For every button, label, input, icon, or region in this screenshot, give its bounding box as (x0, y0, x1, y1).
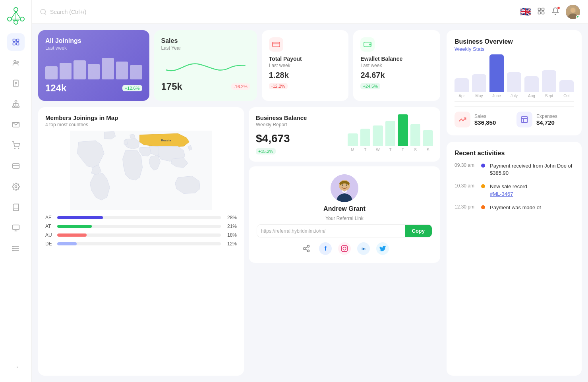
sidebar-item-org[interactable] (7, 95, 25, 113)
svg-line-45 (44, 13, 46, 14)
referral-link-row[interactable]: Copy (257, 224, 432, 237)
svg-rect-46 (538, 8, 541, 10)
svg-line-6 (16, 12, 20, 18)
b-bar-m (348, 133, 358, 146)
payout-amount: 1.28k (269, 71, 342, 80)
bar-2 (60, 63, 72, 79)
country-row-at: AT 21% (45, 224, 237, 229)
svg-point-42 (12, 248, 13, 249)
card-map: Members Joinings in Map 4 top most count… (38, 107, 244, 376)
expenses-label: Expenses (536, 114, 557, 119)
referral-name: Andrew Grant (323, 205, 366, 212)
svg-point-52 (571, 8, 575, 13)
svg-point-62 (346, 185, 347, 186)
b-bar-t1 (360, 129, 371, 146)
social-instagram[interactable] (338, 242, 351, 255)
card-business-balance: Business Balance Weekly Report $4,673 +1… (249, 107, 440, 162)
sidebar-item-reports[interactable] (7, 219, 25, 237)
country-bar-ae (57, 216, 221, 219)
sales-wave (161, 54, 250, 78)
sales-title: Sales (161, 37, 250, 44)
activity-time-2: 10.30 am (455, 183, 476, 197)
search-icon (40, 8, 47, 15)
right-bottom-col: Business Balance Weekly Report $4,673 +1… (249, 107, 440, 376)
activity-dot-1 (481, 164, 485, 168)
social-linkedin[interactable]: in (357, 242, 370, 255)
card-all-joinings: All Joinings Last week 124k +12.6% (38, 30, 149, 101)
sidebar-item-users[interactable] (7, 54, 25, 71)
svg-rect-47 (542, 8, 544, 10)
activity-text-3: Payment was made of (490, 204, 541, 211)
sales-bottom: 175k -16.2% (161, 81, 250, 92)
main-content: Search (Ctrl+/) 🇬🇧 (32, 0, 588, 382)
referral-link-input[interactable] (257, 225, 405, 237)
ewallet-icon-box (360, 37, 375, 52)
card-recent-activities: Recent activities 09.30 am Payment recei… (447, 142, 582, 376)
svg-rect-12 (13, 43, 15, 45)
svg-rect-23 (17, 106, 19, 107)
svg-point-69 (343, 247, 346, 250)
country-pct-au: 18% (224, 232, 237, 238)
country-row-de: DE 12% (45, 241, 237, 247)
svg-rect-48 (538, 12, 541, 14)
svg-rect-35 (12, 225, 19, 230)
country-bar-fill-ae (57, 216, 103, 219)
activity-text-2: New sale record #ML-3467 (490, 183, 527, 197)
user-avatar[interactable] (566, 5, 580, 19)
social-share[interactable] (300, 242, 313, 255)
svg-point-0 (14, 8, 18, 12)
activity-link-2[interactable]: #ML-3467 (490, 191, 513, 197)
ewallet-change: +24.5% (360, 83, 380, 89)
sidebar-item-list[interactable] (7, 240, 25, 257)
balance-title: Business Balance (256, 114, 341, 121)
sidebar-logout[interactable]: → (7, 358, 25, 376)
right-column: Business Overview Weekly Stats Apr May J… (447, 30, 582, 376)
month-oct: Oct (559, 80, 574, 98)
svg-point-15 (17, 61, 18, 63)
card-business-overview: Business Overview Weekly Stats Apr May J… (447, 30, 582, 135)
country-bar-au (57, 233, 221, 237)
language-flag[interactable]: 🇬🇧 (520, 7, 531, 17)
bell-icon[interactable] (551, 7, 559, 17)
month-label-may: May (476, 94, 483, 98)
svg-rect-10 (13, 39, 15, 42)
social-facebook[interactable]: f (319, 242, 332, 255)
sidebar-item-documents[interactable] (7, 75, 25, 92)
country-bars: AE 28% AT 21% (45, 215, 237, 247)
month-bar-july (507, 72, 521, 92)
sidebar-item-settings[interactable] (7, 178, 25, 195)
balance-bars-viz (348, 114, 433, 146)
country-code-au: AU (45, 232, 54, 238)
stat-sales: Sales $36,850 (455, 112, 512, 127)
svg-rect-20 (15, 101, 17, 102)
month-aug: Aug (524, 76, 539, 98)
svg-rect-21 (12, 106, 14, 107)
sidebar-item-cart[interactable] (7, 137, 25, 154)
joinings-amount: 124k (45, 83, 66, 94)
expenses-stat-info: Expenses $4,720 (536, 114, 557, 126)
sidebar-item-billing[interactable] (7, 157, 25, 175)
search-box[interactable]: Search (Ctrl+/) (40, 8, 515, 15)
left-column: All Joinings Last week 124k +12.6% (38, 30, 440, 376)
b-bar-f (398, 114, 408, 146)
payout-title: Total Payout (269, 56, 342, 62)
grid-icon[interactable] (537, 7, 545, 17)
country-bar-fill-au (57, 233, 87, 237)
bar-1 (45, 66, 58, 79)
country-bar-fill-de (57, 242, 77, 245)
content-area: All Joinings Last week 124k +12.6% (32, 24, 588, 382)
svg-point-41 (12, 246, 13, 247)
sidebar-item-mail[interactable] (7, 116, 25, 133)
svg-line-67 (305, 247, 308, 248)
social-twitter[interactable] (376, 242, 389, 255)
svg-point-61 (342, 185, 343, 186)
joinings-title: All Joinings (45, 37, 142, 44)
map-subtitle: 4 top most countries (45, 122, 237, 127)
joinings-subtitle: Last week (45, 45, 142, 51)
sidebar-item-book[interactable] (7, 199, 25, 216)
copy-button[interactable]: Copy (405, 225, 432, 237)
sidebar-item-home[interactable] (7, 33, 25, 51)
month-label-aug: Aug (528, 94, 535, 98)
bar-7 (130, 65, 142, 79)
svg-point-2 (20, 17, 24, 21)
